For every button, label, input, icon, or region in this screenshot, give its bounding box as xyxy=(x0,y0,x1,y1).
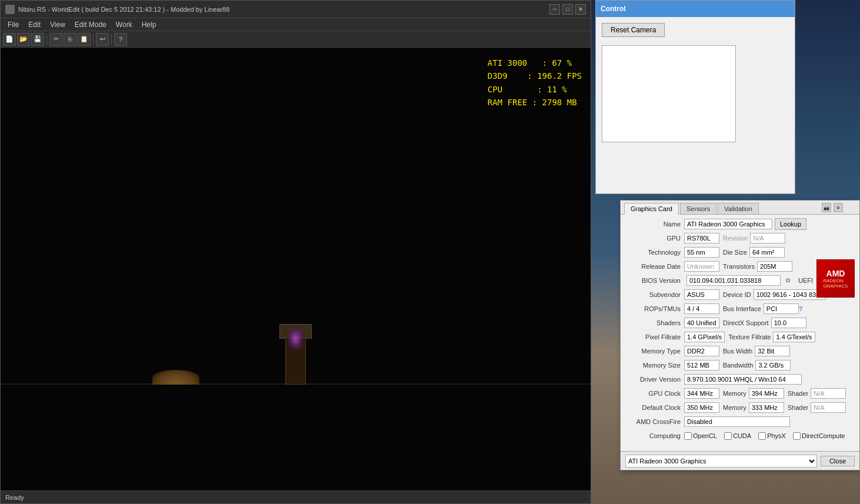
gpuz-computing-row: Computing OpenCL CUDA PhysX DirectComput… xyxy=(625,430,855,442)
gpuz-gpu-clock-row: GPU Clock 344 MHz Memory 394 MHz Shader … xyxy=(625,388,855,399)
cut-button[interactable]: ✂ xyxy=(49,33,62,46)
gpuz-shader-value: N/A xyxy=(811,388,846,399)
tower-glow xyxy=(288,329,303,349)
gpuz-icon-row: 📷 ≡ xyxy=(822,203,843,212)
close-button[interactable]: ✕ xyxy=(575,4,586,15)
gpuz-gpu-label: GPU xyxy=(625,235,684,242)
gpuz-technology-value: 55 nm xyxy=(684,247,719,258)
directcompute-checkbox[interactable] xyxy=(793,432,801,440)
gpuz-pixel-fillrate-row: Pixel Fillrate 1.4 GPixel/s Texture Fill… xyxy=(625,331,855,343)
gpuz-die-size-value: 64 mm² xyxy=(749,247,785,258)
hud-ram-line: RAM FREE : 2798 MB xyxy=(488,96,582,109)
cuda-checkbox[interactable] xyxy=(724,432,732,440)
cuda-checkbox-item: CUDA xyxy=(724,432,751,440)
gpuz-rops-row: ROPs/TMUs 4 / 4 Bus Interface PCI ? xyxy=(625,303,855,315)
gpuz-subvendor-label: Subvendor xyxy=(625,291,684,298)
gpuz-shaders-row: Shaders 40 Unified DirectX Support 10.0 xyxy=(625,317,855,329)
tab-sensors[interactable]: Sensors xyxy=(680,203,716,214)
gpuz-crossfire-label: AMD CrossFire xyxy=(625,418,684,425)
reset-camera-button[interactable]: Reset Camera xyxy=(602,23,665,37)
gpuz-memory-clock-value: 394 MHz xyxy=(749,388,784,399)
bus-interface-help-icon[interactable]: ? xyxy=(799,305,803,312)
hud-overlay: ATI 3000 : 67 % D3D9 : 196.2 FPS CPU : 1… xyxy=(488,56,582,109)
gpuz-uefi-label: UEFI xyxy=(798,277,813,284)
directcompute-checkbox-item: DirectCompute xyxy=(793,432,845,440)
undo-button[interactable]: ↩ xyxy=(96,33,109,46)
amd-logo-text: AMD xyxy=(826,269,845,278)
gpuz-gpu-clock-label: GPU Clock xyxy=(625,390,684,397)
menu-edit[interactable]: Edit xyxy=(24,19,45,30)
gpuz-bus-interface-value: PCI xyxy=(764,303,799,314)
camera-preview xyxy=(602,45,736,142)
app-icon xyxy=(5,5,15,14)
gpuz-gpu-row: GPU RS780L Revision N/A xyxy=(625,232,855,244)
gpuz-revision-label: Revision xyxy=(723,235,748,242)
status-text: Ready xyxy=(5,494,24,501)
menu-help[interactable]: Help xyxy=(137,19,161,30)
gpu-select[interactable]: ATI Radeon 3000 Graphics xyxy=(625,455,817,468)
title-bar: Nibiru.RS - WorldEdit ( build Dec 5 2012… xyxy=(1,1,591,18)
gpuz-memory-size-row: Memory Size 512 MB Bandwidth 3.2 GB/s xyxy=(625,359,855,371)
gpuz-rops-label: ROPs/TMUs xyxy=(625,305,684,312)
statusbar: Ready xyxy=(1,490,591,503)
gpuz-device-id-value: 1002 9616 - 1043 8388 xyxy=(754,289,826,300)
gpuz-close-button[interactable]: Close xyxy=(821,456,855,466)
gpuz-footer: ATI Radeon 3000 Graphics Close xyxy=(621,451,859,470)
help-button[interactable]: ? xyxy=(114,33,127,46)
gpuz-default-memory-label: Memory xyxy=(723,404,746,411)
hud-ram-label: RAM FREE xyxy=(488,98,527,107)
toolbar-separator-1 xyxy=(46,34,47,45)
menu-view[interactable]: View xyxy=(45,19,70,30)
paste-button[interactable]: 📋 xyxy=(78,33,91,46)
gpuz-crossfire-row: AMD CrossFire Disabled xyxy=(625,416,855,428)
physx-checkbox[interactable] xyxy=(758,432,766,440)
gpuz-rops-value: 4 / 4 xyxy=(684,303,719,314)
copy-button[interactable]: ⎘ xyxy=(64,33,76,46)
gpuz-name-row: Name ATI Radeon 3000 Graphics Lookup xyxy=(625,218,855,230)
gpuz-revision-value: N/A xyxy=(750,233,785,243)
save-button[interactable]: 💾 xyxy=(31,33,44,46)
control-window: Control Reset Camera xyxy=(595,0,795,194)
gpuz-transistors-label: Transistors xyxy=(723,263,755,270)
menu-edit-mode[interactable]: Edit Mode xyxy=(70,19,111,30)
hud-ati-label: ATI 3000 xyxy=(488,58,527,68)
gpuz-shaders-value: 40 Unified xyxy=(684,318,719,328)
gpuz-shader-label: Shader xyxy=(788,390,808,397)
opencl-label: OpenCL xyxy=(693,432,717,439)
control-content: Reset Camera xyxy=(596,17,795,148)
gpuz-window: Graphics Card Sensors Validation 📷 ≡ AMD… xyxy=(620,200,860,470)
gpuz-texture-fillrate-value: 1.4 GTexel/s xyxy=(773,332,815,342)
new-button[interactable]: 📄 xyxy=(3,33,16,46)
gpuz-bus-width-value: 32 Bit xyxy=(755,346,790,356)
window-title: Nibiru.RS - WorldEdit ( build Dec 5 2012… xyxy=(18,6,549,13)
opencl-checkbox[interactable] xyxy=(684,432,692,440)
gpuz-die-size-label: Die Size xyxy=(723,249,747,256)
tab-graphics-card[interactable]: Graphics Card xyxy=(624,203,679,215)
main-window: Nibiru.RS - WorldEdit ( build Dec 5 2012… xyxy=(0,0,591,504)
menu-work[interactable]: Work xyxy=(111,19,137,30)
gpuz-directx-value: 10.0 xyxy=(771,318,806,328)
hud-cpu-value: : 11 % xyxy=(537,85,567,94)
gpuz-memory-type-label: Memory Type xyxy=(625,348,684,355)
gpuz-name-value: ATI Radeon 3000 Graphics xyxy=(684,219,772,229)
toolbar-separator-3 xyxy=(111,34,112,45)
gpuz-memory-type-row: Memory Type DDR2 Bus Width 32 Bit xyxy=(625,345,855,357)
gpuz-directx-label: DirectX Support xyxy=(723,319,769,326)
gpuz-technology-row: Technology 55 nm Die Size 64 mm² xyxy=(625,246,855,258)
bios-copy-icon[interactable]: ⧉ xyxy=(783,276,792,285)
menu-icon[interactable]: ≡ xyxy=(834,203,843,212)
gpuz-texture-fillrate-label: Texture Fillrate xyxy=(728,333,771,341)
lookup-button[interactable]: Lookup xyxy=(775,218,806,230)
gpuz-subvendor-value: ASUS xyxy=(684,289,719,300)
open-button[interactable]: 📂 xyxy=(17,33,30,46)
minimize-button[interactable]: ─ xyxy=(549,4,560,15)
game-tower xyxy=(279,326,312,385)
gpuz-bios-value: 010.094.001.031.033818 xyxy=(686,275,781,286)
hud-cpu-label: CPU xyxy=(488,85,502,94)
menu-file[interactable]: File xyxy=(3,19,24,30)
gpuz-crossfire-value: Disabled xyxy=(684,416,790,427)
maximize-button[interactable]: □ xyxy=(562,4,573,15)
gpuz-memory-type-value: DDR2 xyxy=(684,346,719,356)
camera-icon[interactable]: 📷 xyxy=(822,203,831,212)
tab-validation[interactable]: Validation xyxy=(718,203,759,214)
